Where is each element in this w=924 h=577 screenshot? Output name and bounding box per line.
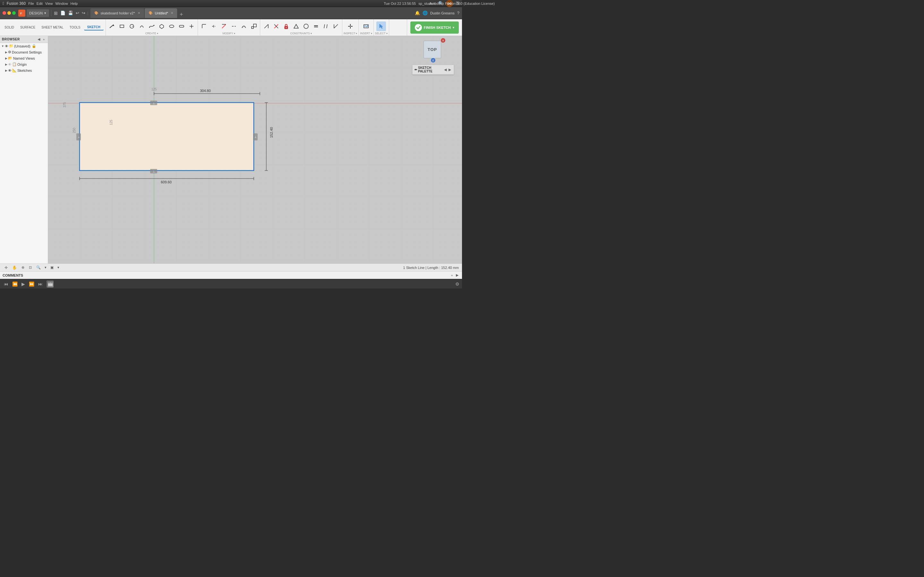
eye-icon-2: 👁 [8, 69, 11, 73]
slot-tool-button[interactable] [177, 21, 186, 31]
lock-button[interactable] [281, 21, 291, 31]
palette-expand-left[interactable]: ◀ [443, 68, 447, 72]
menu-help[interactable]: Help [71, 2, 78, 5]
circle-tool-button[interactable] [127, 21, 137, 31]
break-tool-button[interactable] [229, 21, 239, 31]
named-views-label: Named Views [13, 56, 35, 60]
close-button[interactable] [3, 11, 6, 15]
sidebar-expand-button[interactable]: + [42, 37, 46, 42]
timeline-settings-button[interactable]: ⚙ [455, 282, 459, 287]
move-tool-button[interactable]: ✛ [3, 265, 9, 271]
canvas-area[interactable]: 304.80 152.40 609.60 375 250 125 125 [48, 36, 462, 263]
ellipse-tool-button[interactable] [167, 21, 176, 31]
line-tool-button[interactable] [107, 21, 117, 31]
zoom-fit-button[interactable]: ⊡ [27, 265, 33, 270]
triangle-button[interactable] [291, 21, 301, 31]
fillet-tool-button[interactable] [199, 21, 209, 31]
eye-hidden-icon: 👁 [8, 63, 11, 66]
select-group: SELECT▾ [374, 19, 389, 35]
timeline-play-button[interactable]: ▶ [20, 281, 26, 287]
arc-tool-button[interactable] [137, 21, 147, 31]
help-button[interactable]: ? [457, 11, 459, 15]
sidebar-item-unsaved[interactable]: ▼ 👁 📁 (Unsaved) 🔒 [0, 43, 48, 49]
offset-tool-button[interactable] [239, 21, 249, 31]
online-button[interactable]: 🌐 [423, 11, 428, 15]
display-mode-button[interactable]: ▣ [49, 265, 55, 270]
spline-tool-button[interactable] [147, 21, 157, 31]
sidebar-item-named-views[interactable]: ▶ 📂 Named Views [0, 55, 48, 61]
canvas-background: 304.80 152.40 609.60 375 250 125 125 [48, 36, 462, 263]
timeline-item[interactable] [47, 280, 53, 287]
tab-untitled[interactable]: 🎨 Untitled* ✕ [145, 8, 178, 18]
app-name-label: Fusion 360 [7, 1, 26, 6]
coincident-button[interactable] [262, 21, 271, 31]
finish-sketch-button[interactable]: FINISH SKETCH ▾ [410, 21, 459, 34]
palette-expand-right[interactable]: ▶ [448, 68, 452, 72]
parallel-button[interactable] [321, 21, 331, 31]
menu-file[interactable]: File [28, 2, 34, 5]
tab-skateboard[interactable]: 🎨 skateboard holder v2* ✕ [90, 8, 144, 18]
save-button[interactable]: 💾 [67, 10, 74, 16]
constraint-bottom: ⊥ [153, 170, 155, 173]
insert-image-button[interactable] [361, 21, 371, 31]
zoom-arrow-button[interactable]: ▾ [44, 265, 47, 270]
trim-tool-button[interactable] [209, 21, 219, 31]
rectangle-tool-button[interactable] [117, 21, 127, 31]
tab-close-icon-2[interactable]: ✕ [171, 11, 173, 15]
add-tab-button[interactable]: + [178, 11, 185, 18]
display-arrow-button[interactable]: ▾ [57, 265, 60, 270]
pan-tool-button[interactable]: ✋ [11, 265, 18, 271]
svg-rect-37 [348, 26, 350, 27]
view-cube-top-face[interactable]: TOP [423, 41, 441, 58]
comments-add-button[interactable]: + [450, 273, 454, 277]
perp-button[interactable] [331, 21, 341, 31]
sidebar-item-origin[interactable]: ▶ 👁 📋 Origin [0, 61, 48, 67]
constraint-left: ⊥ [78, 135, 80, 139]
polygon-tool-button[interactable] [157, 21, 166, 31]
maximize-button[interactable] [12, 11, 16, 15]
toolbar-separator-2: | [87, 11, 88, 15]
circle-c-button[interactable] [301, 21, 311, 31]
finish-icon [415, 24, 422, 31]
grid-view-button[interactable]: ⊞ [53, 10, 58, 16]
timeline-next-button[interactable]: ⏩ [27, 281, 36, 287]
comments-bar[interactable]: COMMENTS + ▶ [0, 271, 462, 279]
equals-button[interactable] [311, 21, 321, 31]
status-bar: ✛ ✋ ⊕ ⊡ 🔍 ▾ ▣ ▾ 1 Sketch Line | Length :… [0, 263, 462, 271]
point-tool-button[interactable] [187, 21, 196, 31]
mode-tab-tools[interactable]: TOOLS [67, 25, 83, 30]
zoom-in-button[interactable]: 🔍 [35, 265, 42, 270]
scale-tool-button[interactable] [249, 21, 258, 31]
sidebar-item-sketches[interactable]: ▶ 👁 📐 Sketches [0, 67, 48, 73]
tab-close-icon[interactable]: ✕ [137, 11, 140, 15]
menu-edit[interactable]: Edit [37, 2, 43, 5]
timeline-prev-button[interactable]: ⏪ [11, 281, 19, 287]
origin-label: Origin [17, 63, 27, 66]
collinear-button[interactable] [271, 21, 281, 31]
design-mode-button[interactable]: DESIGN ▼ [27, 9, 49, 17]
sidebar-item-document-settings[interactable]: ▶ ⚙ Document Settings [0, 49, 48, 55]
select-button[interactable] [376, 21, 386, 31]
comments-expand-button[interactable]: ▶ [455, 273, 459, 277]
extend-tool-button[interactable] [219, 21, 229, 31]
mode-tab-solid[interactable]: SOLID [2, 25, 17, 30]
mode-tab-sketch[interactable]: SKETCH [84, 24, 103, 31]
mode-tab-sheetmetal[interactable]: SHEET METAL [39, 25, 66, 30]
snap-button[interactable]: ⊕ [20, 265, 26, 270]
new-file-button[interactable]: 📄 [60, 10, 66, 16]
minimize-button[interactable] [7, 11, 11, 15]
inspect-button[interactable] [346, 21, 355, 31]
view-cube[interactable]: TOP X Z [423, 41, 446, 63]
timeline-first-button[interactable]: ⏮ [3, 281, 10, 287]
insert-group: INSERT▾ [359, 19, 373, 35]
comments-controls: + ▶ [450, 273, 459, 277]
undo-button[interactable]: ↩ [75, 10, 80, 16]
notifications-button[interactable]: 🔔 [415, 11, 420, 15]
redo-button[interactable]: ↪ [81, 10, 86, 16]
create-tools [107, 20, 196, 32]
menu-view[interactable]: View [45, 2, 53, 5]
sidebar-collapse-button[interactable]: ◀ [37, 37, 41, 42]
mode-tab-surface[interactable]: SURFACE [18, 25, 38, 30]
menu-window[interactable]: Window [55, 2, 68, 5]
timeline-last-button[interactable]: ⏭ [37, 281, 44, 287]
